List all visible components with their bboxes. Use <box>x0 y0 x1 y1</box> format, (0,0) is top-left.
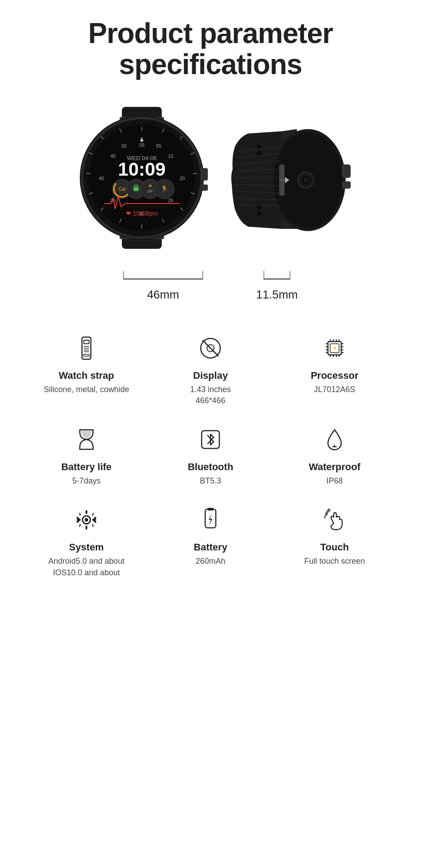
svg-text:❤ 104 Bpm: ❤ 104 Bpm <box>126 210 158 217</box>
svg-point-58 <box>304 178 308 182</box>
spec-bluetooth: Bluetooth BT5.3 <box>151 424 270 487</box>
narrow-bracket-svg <box>264 267 290 280</box>
battery-life-icon <box>71 424 102 455</box>
page-title: Product parameter specifications <box>9 18 412 80</box>
svg-text:55: 55 <box>156 143 161 149</box>
wide-bracket-svg <box>123 267 203 280</box>
spec-touch-name: Touch <box>320 542 349 553</box>
spec-waterproof-name: Waterproof <box>309 461 361 473</box>
bracket-wide <box>123 267 203 282</box>
spec-processor-name: Processor <box>311 370 359 381</box>
svg-text:⚡: ⚡ <box>332 345 338 351</box>
spec-watch-strap: Watch strap Silicone, metal, cowhide <box>27 333 146 406</box>
page: Product parameter specifications <box>0 0 421 614</box>
spec-display: Display 1.43 inches 466*466 <box>151 333 270 406</box>
svg-text:25: 25 <box>168 198 173 203</box>
spec-system-name: System <box>69 542 104 553</box>
svg-rect-10 <box>201 168 208 181</box>
dimensions-section: 46mm 11.5mm <box>9 267 412 302</box>
svg-text:15: 15 <box>168 153 173 159</box>
svg-text:☀: ☀ <box>148 183 152 189</box>
touch-icon <box>319 504 350 535</box>
svg-text:40: 40 <box>99 176 104 181</box>
spec-display-value: 1.43 inches 466*466 <box>190 384 231 406</box>
spec-waterproof: Waterproof IP68 <box>275 424 394 487</box>
svg-text:45: 45 <box>110 153 116 159</box>
spec-battery: Battery 260mAh <box>151 504 270 578</box>
spec-processor: ⚡ Processor JL7012A6S <box>275 333 394 406</box>
spec-battery-value: 260mAh <box>195 556 225 567</box>
dimension-46mm-label: 46mm <box>147 288 179 302</box>
svg-text:Cal: Cal <box>118 187 125 192</box>
svg-rect-116 <box>86 526 87 530</box>
waterproof-icon <box>319 424 350 455</box>
dimension-115mm: 11.5mm <box>256 267 298 302</box>
svg-point-60 <box>257 151 261 156</box>
watch-strap-icon <box>71 333 102 364</box>
svg-rect-125 <box>205 509 216 528</box>
system-icon <box>71 504 102 535</box>
watch-front-image: 05 15 20 25 30 35 40 45 50 55 WED 04-06 … <box>69 102 215 253</box>
svg-rect-82 <box>84 340 89 344</box>
svg-line-89 <box>203 340 218 356</box>
watch-side-image <box>224 107 352 249</box>
spec-battery-life-value: 5-7days <box>72 475 101 487</box>
bracket-narrow <box>264 267 290 282</box>
svg-point-62 <box>257 211 261 216</box>
spec-grid: Watch strap Silicone, metal, cowhide Dis… <box>9 324 412 587</box>
svg-rect-11 <box>201 185 208 191</box>
processor-icon: ⚡ <box>319 333 350 364</box>
spec-watch-strap-name: Watch strap <box>58 370 114 381</box>
spec-touch: Touch Full touch screen <box>275 504 394 578</box>
spec-system-value: Android5.0 and about IOS10.0 and about <box>48 556 125 578</box>
svg-rect-55 <box>343 181 351 189</box>
spec-bluetooth-name: Bluetooth <box>188 461 234 473</box>
svg-text:🏃: 🏃 <box>160 185 169 193</box>
display-icon <box>195 333 226 364</box>
spec-system: System Android5.0 and about IOS10.0 and … <box>27 504 146 578</box>
svg-rect-87 <box>83 354 90 356</box>
spec-watch-strap-value: Silicone, metal, cowhide <box>43 384 129 395</box>
svg-text:05: 05 <box>139 142 144 148</box>
bluetooth-icon <box>195 424 226 455</box>
watch-time: 10:09 <box>118 159 165 180</box>
svg-text:24°: 24° <box>147 189 153 193</box>
spec-battery-name: Battery <box>194 542 227 553</box>
svg-text:20: 20 <box>179 176 185 181</box>
spec-battery-life: Battery life 5-7days <box>27 424 146 487</box>
spec-waterproof-value: IP68 <box>326 475 343 487</box>
spec-touch-value: Full touch screen <box>304 556 365 567</box>
svg-rect-54 <box>343 165 351 178</box>
spec-display-name: Display <box>193 370 228 381</box>
watch-side-svg <box>224 107 352 249</box>
svg-point-59 <box>257 145 261 149</box>
svg-rect-115 <box>86 510 87 514</box>
spec-processor-value: JL7012A6S <box>314 384 355 395</box>
dimension-115mm-label: 11.5mm <box>256 288 298 302</box>
dimension-46mm: 46mm <box>123 267 203 302</box>
watch-images-section: 05 15 20 25 30 35 40 45 50 55 WED 04-06 … <box>9 102 412 253</box>
svg-marker-126 <box>209 514 212 526</box>
watch-front-svg: 05 15 20 25 30 35 40 45 50 55 WED 04-06 … <box>69 102 215 253</box>
svg-point-124 <box>85 518 88 522</box>
spec-battery-life-name: Battery life <box>61 461 112 473</box>
spec-bluetooth-value: BT5.3 <box>200 475 221 487</box>
battery-icon <box>195 504 226 535</box>
svg-text:50: 50 <box>121 143 127 149</box>
